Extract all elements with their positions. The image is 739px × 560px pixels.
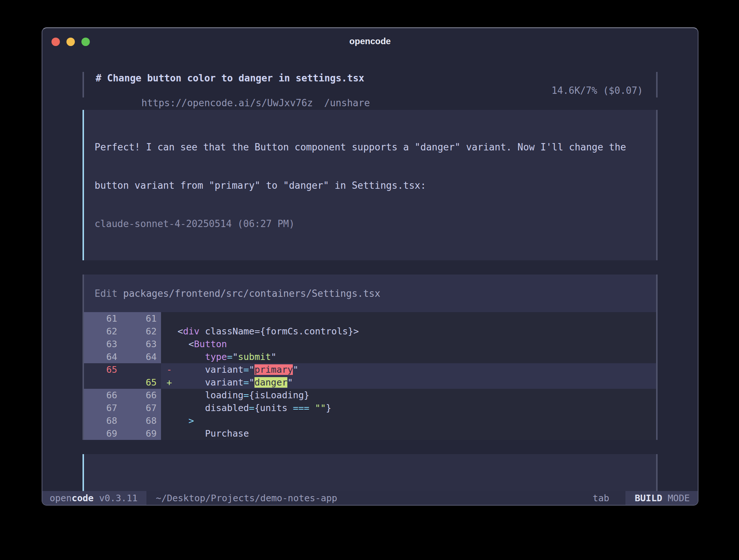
new-line-number: 65 [122, 376, 161, 389]
diff-row: 6161 [83, 312, 658, 325]
new-line-number: 66 [122, 389, 161, 402]
share-url[interactable]: https://opencode.ai/s/UwJxv76z [141, 97, 313, 108]
old-line-number: 68 [83, 414, 122, 427]
app-name-open: open [50, 493, 72, 503]
tab-key-hint: tab [593, 493, 609, 503]
app-version: v0.3.11 [93, 493, 137, 503]
old-line-number: 61 [83, 312, 122, 325]
titlebar: opencode [42, 28, 698, 72]
diff-row: 65 - variant="primary" [83, 363, 658, 376]
session-title: # Change button color to danger in setti… [96, 72, 644, 84]
edit-tool-panel: Edit packages/frontend/src/containers/Se… [83, 275, 658, 440]
session-left-bar [83, 72, 84, 97]
new-line-number: 67 [122, 402, 161, 414]
mode-word-label: MODE [668, 493, 690, 503]
new-line-number: 69 [122, 427, 161, 440]
edit-tool-label: Edit [95, 288, 123, 299]
code-line: + variant="danger" [161, 376, 658, 389]
diff-right-bar [656, 275, 658, 440]
old-line-number: 67 [83, 402, 122, 414]
old-line-number: 62 [83, 325, 122, 338]
code-line: - variant="primary" [161, 363, 658, 376]
token-usage-cost: 14.6K/7% ($0.07) [552, 84, 643, 97]
mode-segment[interactable]: BUILD MODE [625, 491, 698, 505]
message-line: Perfect! I can see that the Button compo… [95, 141, 650, 154]
assistant-message: Perfect! I can see that the Button compo… [83, 110, 658, 260]
status-bar: opencode v0.3.11 ~/Desktop/Projects/demo… [42, 491, 698, 505]
code-line [161, 312, 658, 325]
code-line: > [161, 414, 658, 427]
diff-row: 65 + variant="danger" [83, 376, 658, 389]
diff-row: 6363 <Button [83, 338, 658, 350]
diff-header: Edit packages/frontend/src/containers/Se… [83, 275, 658, 312]
old-line-number [83, 376, 122, 389]
message-right-bar [656, 110, 658, 260]
edited-file-path: packages/frontend/src/containers/Setting… [123, 288, 380, 299]
diff-row: 6767 disabled={units === ""} [83, 402, 658, 414]
code-line: <div className={formCs.controls}> [161, 325, 658, 338]
new-line-number: 62 [122, 325, 161, 338]
new-line-number: 63 [122, 338, 161, 350]
code-line: type="submit" [161, 350, 658, 363]
new-line-number [122, 363, 161, 376]
code-line: disabled={units === ""} [161, 402, 658, 414]
window-title: opencode [42, 36, 698, 46]
message-accent-bar [83, 110, 84, 260]
diff-row: 6262 <div className={formCs.controls}> [83, 325, 658, 338]
diff-row: 6666 loading={isLoading} [83, 389, 658, 402]
old-line-number: 63 [83, 338, 122, 350]
new-line-number: 68 [122, 414, 161, 427]
mode-build-label: BUILD [635, 493, 662, 503]
model-timestamp: claude-sonnet-4-20250514 (06:27 PM) [95, 218, 650, 230]
working-directory: ~/Desktop/Projects/demo-notes-app [156, 493, 337, 503]
code-line: loading={isLoading} [161, 389, 658, 402]
app-version-segment: opencode v0.3.11 [42, 491, 146, 505]
message-line: button variant from "primary" to "danger… [95, 179, 650, 192]
old-line-number: 64 [83, 350, 122, 363]
old-line-number: 69 [83, 427, 122, 440]
new-line-number: 64 [122, 350, 161, 363]
diff-row: 6969 Purchase [83, 427, 658, 440]
diff-row: 6868 > [83, 414, 658, 427]
code-line: <Button [161, 338, 658, 350]
unshare-command[interactable]: /unshare [324, 97, 370, 108]
app-window: opencode # Change button color to danger… [42, 27, 698, 506]
app-name-code: code [72, 493, 93, 503]
session-right-bar [656, 72, 658, 97]
diff-row: 6464 type="submit" [83, 350, 658, 363]
code-line: Purchase [161, 427, 658, 440]
new-line-number: 61 [122, 312, 161, 325]
old-line-number: 66 [83, 389, 122, 402]
diff-rows: 61616262 <div className={formCs.controls… [83, 312, 658, 440]
diff-left-bar [83, 275, 84, 440]
session-header: # Change button color to danger in setti… [83, 72, 658, 97]
old-line-number: 65 [83, 363, 122, 376]
